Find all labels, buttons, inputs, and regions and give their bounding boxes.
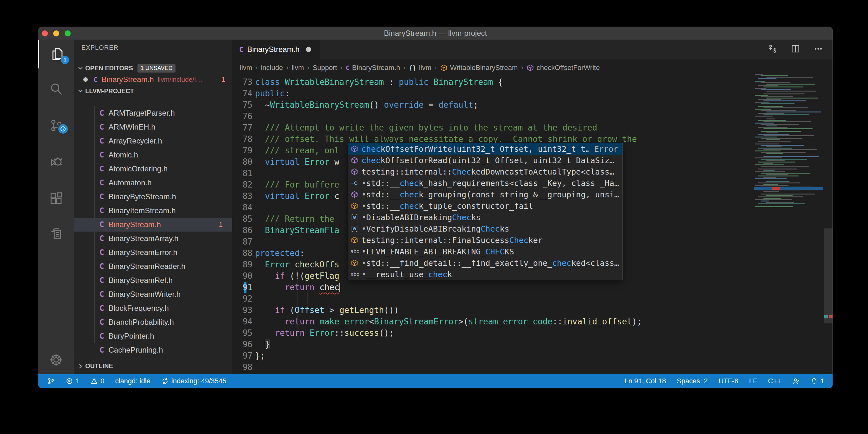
breadcrumb-separator: › — [521, 64, 523, 72]
project-section-header[interactable]: LLVM-PROJECT — [74, 85, 232, 97]
explorer-icon[interactable]: 1 — [38, 40, 75, 68]
open-editor-item[interactable]: C BinaryStream.h llvm/include/l… 1 — [74, 74, 232, 85]
file-item[interactable]: CAtomicOrdering.h — [74, 162, 232, 176]
minimap[interactable] — [754, 74, 823, 210]
file-item[interactable]: CBuryPointer.h — [74, 329, 232, 343]
status-item[interactable]: Ln 91, Col 18 — [624, 377, 666, 385]
file-item[interactable]: CAutomaton.h — [74, 176, 232, 190]
line-number: 91 — [232, 282, 252, 293]
suggest-item[interactable]: •std::__check_tuple_constructor_fail — [348, 200, 622, 212]
suggest-item[interactable]: abc•LLVM_ENABLE_ABI_BREAKING_CHECKS — [348, 246, 622, 257]
breadcrumb-item[interactable]: Support — [313, 64, 337, 72]
split-editor-icon[interactable] — [791, 44, 800, 55]
code-line[interactable]: 98 — [232, 362, 833, 373]
breadcrumb: llvm›include›llvm›Support›CBinaryStream.… — [232, 59, 833, 76]
code-line[interactable]: 96 } — [232, 339, 833, 350]
breadcrumb-item[interactable]: llvm — [291, 64, 304, 72]
c-file-icon: C — [99, 178, 104, 187]
status-item[interactable]: indexing: 49/3545 — [161, 377, 226, 385]
line-number: 81 — [232, 167, 252, 179]
file-item[interactable]: CCachePruning.h — [74, 343, 232, 357]
breadcrumb-item[interactable]: CBinaryStream.h — [346, 64, 400, 72]
code-line[interactable]: 91 return chec — [232, 282, 833, 293]
scm-pending-badge — [57, 123, 69, 135]
suggest-item[interactable]: checkOffsetForRead(uint32_t Offset, uint… — [348, 155, 622, 166]
line-number: 83 — [232, 190, 252, 202]
file-item[interactable]: CARMTargetParser.h — [74, 106, 232, 120]
status-item[interactable]: 1 — [66, 377, 80, 385]
search-icon[interactable] — [38, 75, 74, 103]
suggest-item[interactable]: testing::internal::FinalSuccessChecker — [348, 235, 622, 246]
code-line[interactable]: 74public: — [232, 88, 833, 99]
status-item[interactable]: LF — [749, 377, 757, 385]
code-line[interactable]: 93 if (Offset > getLength()) — [232, 304, 833, 316]
status-item[interactable]: clangd: idle — [115, 377, 151, 385]
status-item[interactable] — [792, 377, 800, 385]
run-debug-icon[interactable] — [38, 148, 74, 176]
status-item[interactable] — [47, 377, 55, 385]
breadcrumb-item[interactable]: {}llvm — [409, 64, 431, 72]
file-item[interactable]: CBlockFrequency.h — [74, 301, 232, 315]
status-item[interactable]: 0 — [90, 377, 104, 385]
status-item[interactable]: UTF-8 — [718, 377, 738, 385]
file-item[interactable]: CBranchProbability.h — [74, 315, 232, 329]
suggest-item[interactable]: •std::__check_hash_requirements<class _K… — [348, 177, 622, 189]
file-item[interactable]: CBinaryByteStream.h — [74, 190, 232, 204]
dirty-dot-icon — [83, 77, 88, 82]
chevron-down-icon — [76, 87, 85, 95]
code-line[interactable]: 92 — [232, 293, 833, 304]
suggest-item[interactable]: •DisableABIBreakingChecks — [348, 212, 622, 223]
file-item[interactable]: CBinaryItemStream.h — [74, 204, 232, 218]
more-actions-icon[interactable] — [813, 44, 823, 55]
line-number: 80 — [232, 156, 252, 167]
code-line[interactable]: 77 /// Attempt to write the given bytes … — [232, 122, 833, 133]
open-changes-icon[interactable] — [768, 44, 777, 55]
scrollbar-thumb[interactable] — [824, 228, 833, 323]
suggest-item[interactable]: testing::internal::CheckedDowncastToActu… — [348, 166, 622, 177]
suggest-item[interactable]: •std::__check_grouping(const string &__g… — [348, 189, 622, 200]
file-item[interactable]: CBinaryStreamWriter.h — [74, 287, 232, 301]
file-item[interactable]: CBinaryStreamRef.h — [74, 273, 232, 287]
code-line[interactable]: 75 ~WritableBinaryStream() override = de… — [232, 99, 833, 111]
source-control-icon[interactable] — [38, 111, 74, 140]
c-file-icon: C — [99, 332, 104, 341]
breadcrumb-item[interactable]: checkOffsetForWrite — [527, 64, 600, 72]
unsaved-badge: 1 UNSAVED — [137, 64, 176, 72]
minimap-border — [824, 74, 824, 374]
code-line[interactable]: 73class WritableBinaryStream : public Bi… — [232, 76, 833, 88]
line-number: 77 — [232, 122, 252, 133]
status-item[interactable]: Spaces: 2 — [677, 377, 708, 385]
file-item[interactable]: CARMWinEH.h — [74, 120, 232, 134]
breadcrumb-item[interactable]: WritableBinaryStream — [440, 64, 518, 72]
c-file-icon: C — [99, 304, 104, 313]
suggest-item[interactable]: •VerifyDisableABIBreakingChecks — [348, 223, 622, 235]
c-file-icon: C — [99, 192, 104, 201]
c-file-icon: C — [99, 164, 104, 173]
tab-binarystream[interactable]: C BinaryStream.h — [232, 40, 320, 59]
file-item[interactable]: CBinaryStreamError.h — [74, 246, 232, 259]
suggest-item[interactable]: abc•__result_use_check — [348, 269, 622, 280]
status-item[interactable]: C++ — [768, 377, 781, 385]
outline-section-header[interactable]: OUTLINE — [74, 359, 232, 373]
code-line[interactable]: 76 — [232, 111, 833, 122]
file-item[interactable]: CAtomic.h — [74, 148, 232, 162]
suggest-item[interactable]: checkOffsetForWrite(uint32_t Offset, uin… — [348, 143, 622, 155]
extensions-icon[interactable] — [38, 184, 74, 213]
references-icon[interactable] — [38, 220, 74, 248]
file-item[interactable]: CBinaryStreamArray.h — [74, 231, 232, 246]
settings-gear-icon[interactable] — [38, 346, 74, 374]
code-line[interactable]: 94 return make_error<BinaryStreamError>(… — [232, 316, 833, 327]
breadcrumb-item[interactable]: include — [261, 64, 283, 72]
dirty-dot-icon[interactable] — [306, 47, 311, 52]
file-item[interactable]: CArrayRecycler.h — [74, 134, 232, 148]
open-editors-header[interactable]: OPEN EDITORS 1 UNSAVED — [74, 62, 232, 74]
c-file-icon: C — [346, 64, 349, 71]
file-item[interactable]: CBinaryStream.h1 — [74, 218, 232, 231]
code-line[interactable]: 97}; — [232, 350, 833, 362]
breadcrumb-item[interactable]: llvm — [240, 64, 252, 72]
suggest-item[interactable]: •std::__find_detail::__find_exactly_one_… — [348, 257, 622, 269]
line-number: 93 — [232, 304, 252, 316]
status-item[interactable]: 1 — [810, 377, 824, 385]
code-line[interactable]: 95 return Error::success(); — [232, 327, 833, 339]
file-item[interactable]: CBinaryStreamReader.h — [74, 259, 232, 273]
